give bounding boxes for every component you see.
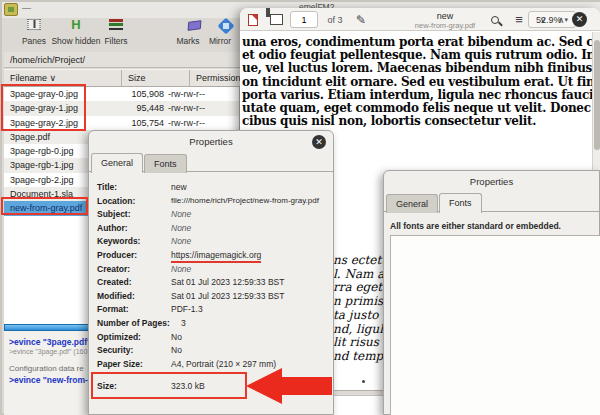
annotation-box-size-field [91, 372, 247, 399]
tab-fonts[interactable]: Fonts [439, 193, 482, 213]
show-hidden-icon: H [71, 19, 80, 31]
emelfm2-app-icon [4, 3, 18, 16]
prop-pages: 3 [181, 318, 186, 328]
fonts-status-text: All fonts are either standard or embedde… [384, 212, 599, 231]
prop-title: new [171, 182, 187, 192]
prop-subject: None [171, 209, 191, 219]
fonts-list-box [390, 235, 600, 415]
page-number-field[interactable] [291, 12, 317, 27]
prop-created: Sat 01 Jul 2023 12:59:33 BST [171, 277, 284, 287]
close-icon: ✕ [576, 14, 584, 24]
prop-author: None [171, 223, 191, 233]
column-header-permissions[interactable]: Permissions [190, 70, 240, 86]
dialog-tabs: GeneralFonts [384, 193, 599, 212]
annotate-button[interactable]: ✎ [352, 8, 370, 31]
prop-producer: https://imagemagick.org [171, 250, 261, 263]
hamburger-icon: ≡ [515, 12, 523, 27]
column-header-size[interactable]: Size [122, 70, 190, 86]
properties-fields: Title:new Location:file:///home/rich/Pro… [89, 172, 333, 395]
search-icon [491, 16, 499, 24]
dialog-titlebar[interactable]: Properties [384, 171, 599, 193]
scrollbar-thumb[interactable] [594, 40, 600, 150]
titlebar-dash: — [22, 3, 31, 13]
pen-icon: ✎ [356, 13, 366, 27]
page-number-input[interactable] [290, 11, 318, 28]
prop-creator: None [171, 264, 191, 274]
close-button[interactable]: ✕ [572, 12, 587, 27]
tab-general[interactable]: General [91, 153, 143, 173]
pdf-paragraph-1: una eros, condimentum porta erat bibendu… [242, 36, 592, 128]
scroll-up-button[interactable]: ∧ [554, 8, 568, 31]
close-icon: ✕ [315, 137, 323, 147]
chevron-down-icon: ∨ [540, 15, 547, 25]
arrow-head [246, 368, 282, 404]
prop-security: No [171, 345, 182, 355]
prop-optimized: No [171, 332, 182, 342]
tab-general[interactable]: General [386, 194, 438, 213]
dialog-tabs: GeneralFonts [89, 153, 333, 172]
filters-button[interactable]: Filters [94, 17, 138, 49]
document-title: new [415, 11, 475, 21]
chevron-up-icon: ∧ [558, 15, 565, 25]
panes-icon [28, 19, 41, 30]
tab-fonts[interactable]: Fonts [144, 154, 187, 173]
prop-format: PDF-1.3 [171, 304, 203, 314]
close-button[interactable]: ✕ [312, 135, 326, 149]
arrow-tail [281, 377, 332, 395]
prop-keywords: None [171, 236, 191, 246]
document-icon [244, 8, 262, 31]
dialog-titlebar[interactable]: Properties ✕ [89, 131, 333, 153]
sidebar-toggle-button[interactable] [266, 8, 286, 31]
scroll-down-button[interactable]: ∨ [536, 8, 550, 31]
pdf-viewer-headerbar: of 3 ✎ new new-from-gray.pdf 52.9%▾ ≡ ∨ … [240, 8, 600, 31]
sidebar-icon [270, 14, 283, 25]
annotation-box-gray-files [1, 84, 86, 131]
search-button[interactable] [486, 8, 504, 31]
annotation-box-selected-file [1, 197, 88, 215]
menu-button[interactable]: ≡ [510, 8, 528, 31]
document-filename: new-from-gray.pdf [415, 21, 475, 30]
prop-modified: Sat 01 Jul 2023 12:59:33 BST [171, 291, 284, 301]
filters-icon [109, 19, 123, 30]
page-total-label: of 3 [322, 8, 348, 31]
page-number-dot [362, 380, 365, 383]
path-bar[interactable]: /home/rich/Project/ [4, 52, 240, 68]
prop-location: file:///home/rich/Project/new-from-gray.… [171, 196, 319, 205]
properties-dialog-fonts: Properties GeneralFonts All fonts are ei… [383, 170, 600, 415]
